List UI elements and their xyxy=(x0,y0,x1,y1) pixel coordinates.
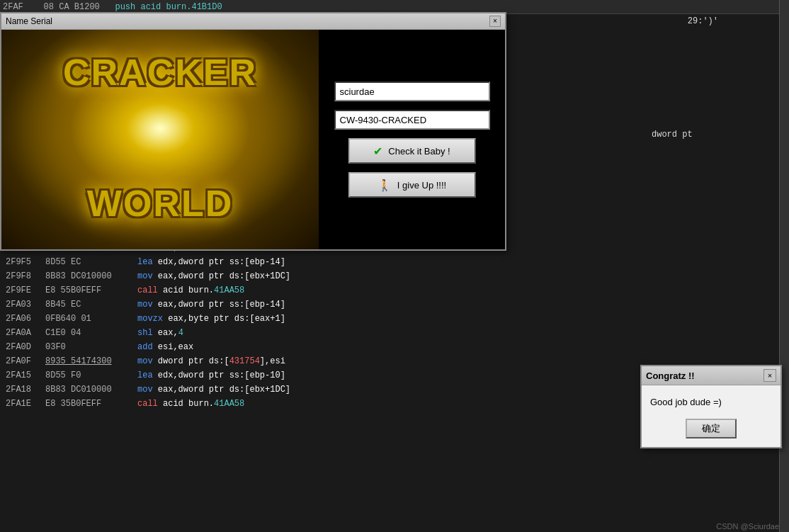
form-area: ✔ Check it Baby ! 🚶 I give Up !!!! xyxy=(319,30,505,249)
cracker-world-bottom-title: WORLD xyxy=(87,182,233,225)
watermark: CSDN @Sciurdae xyxy=(716,522,779,531)
congratz-message: Good job dude =) xyxy=(650,397,772,407)
give-up-label: I give Up !!!! xyxy=(397,180,446,191)
scrollbar[interactable] xyxy=(779,0,789,532)
congratz-ok-button[interactable]: 确定 xyxy=(686,419,737,438)
congratz-titlebar: Congratz !! × xyxy=(642,366,781,385)
name-serial-close-button[interactable]: × xyxy=(489,16,501,27)
congratz-body: Good job dude =) 确定 xyxy=(642,385,781,447)
name-serial-body: CRACKER WORLD ✔ Check it Baby ! 🚶 I give… xyxy=(1,30,505,249)
give-up-button[interactable]: 🚶 I give Up !!!! xyxy=(348,172,476,198)
congratz-title: Congratz !! xyxy=(646,370,695,381)
check-baby-button[interactable]: ✔ Check it Baby ! xyxy=(348,138,476,164)
cracker-world-top-title: CRACKER xyxy=(63,51,257,94)
check-icon: ✔ xyxy=(373,145,382,158)
serial-input[interactable] xyxy=(334,110,490,130)
name-serial-titlebar: Name Serial × xyxy=(1,13,505,30)
running-man-icon: 🚶 xyxy=(378,179,392,192)
name-serial-title: Name Serial xyxy=(6,16,52,26)
congratz-dialog: Congratz !! × Good job dude =) 确定 xyxy=(640,365,782,448)
name-input[interactable] xyxy=(334,81,490,101)
congratz-close-button[interactable]: × xyxy=(764,369,776,382)
cracker-world-image: CRACKER WORLD xyxy=(1,30,319,249)
check-baby-label: Check it Baby ! xyxy=(388,146,450,157)
name-serial-dialog: Name Serial × CRACKER WORLD ✔ Check it B… xyxy=(0,12,506,251)
